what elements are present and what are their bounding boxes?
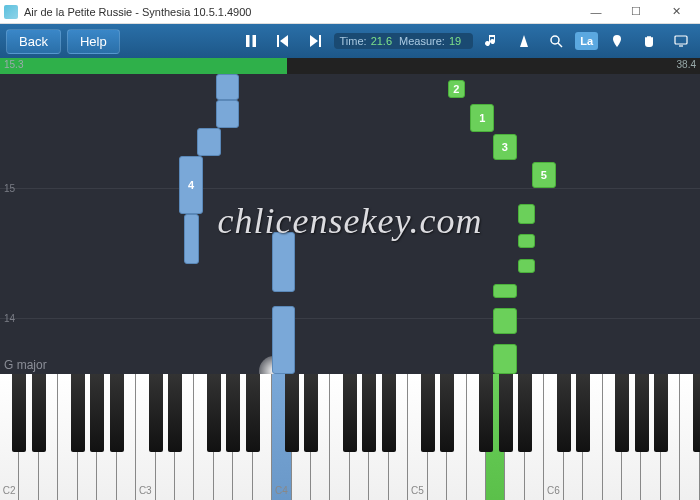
music-note-icon[interactable]	[479, 28, 505, 54]
black-key[interactable]	[421, 374, 435, 452]
black-key[interactable]	[285, 374, 299, 452]
gridline	[0, 318, 700, 319]
black-key[interactable]	[362, 374, 376, 452]
next-track-icon[interactable]	[302, 28, 328, 54]
black-key[interactable]	[226, 374, 240, 452]
black-key[interactable]	[71, 374, 85, 452]
marker-icon[interactable]	[604, 28, 630, 54]
svg-marker-6	[520, 35, 528, 47]
falling-note	[518, 259, 535, 273]
falling-note	[493, 344, 517, 374]
window-title-bar: Air de la Petite Russie - Synthesia 10.5…	[0, 0, 700, 24]
black-key[interactable]	[168, 374, 182, 452]
black-key[interactable]	[246, 374, 260, 452]
black-key[interactable]	[693, 374, 700, 452]
falling-note	[493, 308, 517, 334]
measure-label-15: 15	[4, 183, 15, 194]
time-label: Time:	[340, 35, 367, 47]
octave-label: C4	[275, 485, 288, 496]
song-progress-bar[interactable]: 15.3 38.4	[0, 58, 700, 74]
black-key[interactable]	[479, 374, 493, 452]
svg-rect-4	[319, 35, 321, 47]
help-button[interactable]: Help	[67, 29, 120, 54]
black-key[interactable]	[12, 374, 26, 452]
black-key[interactable]	[518, 374, 532, 452]
black-key[interactable]	[343, 374, 357, 452]
progress-fill	[0, 58, 287, 74]
falling-note: 5	[532, 162, 556, 188]
falling-notes-area: 15 14 G major 42135	[0, 74, 700, 374]
key-signature-label: G major	[4, 358, 47, 372]
prev-track-icon[interactable]	[270, 28, 296, 54]
time-value: 21.6	[371, 35, 392, 47]
black-key[interactable]	[207, 374, 221, 452]
black-key[interactable]	[557, 374, 571, 452]
black-key[interactable]	[499, 374, 513, 452]
falling-note: 3	[493, 134, 517, 160]
finger-number: 5	[541, 169, 547, 181]
display-icon[interactable]	[668, 28, 694, 54]
back-button[interactable]: Back	[6, 29, 61, 54]
measure-value: 19	[449, 35, 461, 47]
progress-end-time: 38.4	[677, 59, 696, 70]
black-key[interactable]	[32, 374, 46, 452]
piano-keyboard: C2C3C4C5C6	[0, 374, 700, 500]
finger-number: 1	[479, 112, 485, 124]
svg-point-7	[551, 36, 559, 44]
black-key[interactable]	[304, 374, 318, 452]
falling-note	[216, 100, 240, 128]
search-icon[interactable]	[543, 28, 569, 54]
black-key[interactable]	[440, 374, 454, 452]
svg-line-8	[558, 43, 562, 47]
falling-note: 4	[179, 156, 203, 214]
svg-rect-9	[675, 36, 687, 44]
metronome-icon[interactable]	[511, 28, 537, 54]
progress-start-time: 15.3	[4, 59, 23, 70]
finger-number: 4	[188, 179, 194, 191]
falling-note	[493, 284, 517, 298]
close-button[interactable]: ✕	[656, 0, 696, 24]
octave-label: C3	[139, 485, 152, 496]
black-key[interactable]	[149, 374, 163, 452]
falling-note	[518, 234, 535, 248]
gridline	[0, 188, 700, 189]
pause-icon[interactable]	[238, 28, 264, 54]
falling-note	[518, 204, 535, 224]
black-key[interactable]	[382, 374, 396, 452]
main-toolbar: Back Help Time: 21.6 Measure: 19 La	[0, 24, 700, 58]
falling-note	[272, 232, 296, 292]
svg-rect-2	[277, 35, 279, 47]
maximize-button[interactable]: ☐	[616, 0, 656, 24]
black-key[interactable]	[576, 374, 590, 452]
hand-icon[interactable]	[636, 28, 662, 54]
svg-rect-0	[246, 35, 250, 47]
black-key[interactable]	[635, 374, 649, 452]
falling-note	[184, 214, 199, 264]
octave-label: C6	[547, 485, 560, 496]
svg-rect-1	[252, 35, 256, 47]
falling-note	[272, 306, 296, 374]
falling-note	[216, 74, 240, 100]
octave-label: C5	[411, 485, 424, 496]
black-key[interactable]	[90, 374, 104, 452]
svg-marker-3	[280, 35, 288, 47]
app-icon	[4, 5, 18, 19]
black-key[interactable]	[110, 374, 124, 452]
falling-note	[197, 128, 221, 156]
measure-label-14: 14	[4, 313, 15, 324]
black-key[interactable]	[654, 374, 668, 452]
measure-label: Measure:	[399, 35, 445, 47]
svg-marker-5	[310, 35, 318, 47]
falling-note: 1	[470, 104, 494, 132]
octave-label: C2	[3, 485, 16, 496]
window-title: Air de la Petite Russie - Synthesia 10.5…	[24, 6, 576, 18]
note-name-badge[interactable]: La	[575, 32, 598, 50]
finger-number: 2	[453, 83, 459, 95]
falling-note: 2	[448, 80, 465, 98]
black-key[interactable]	[615, 374, 629, 452]
time-measure-display[interactable]: Time: 21.6 Measure: 19	[334, 33, 474, 49]
minimize-button[interactable]: —	[576, 0, 616, 24]
finger-number: 3	[502, 141, 508, 153]
